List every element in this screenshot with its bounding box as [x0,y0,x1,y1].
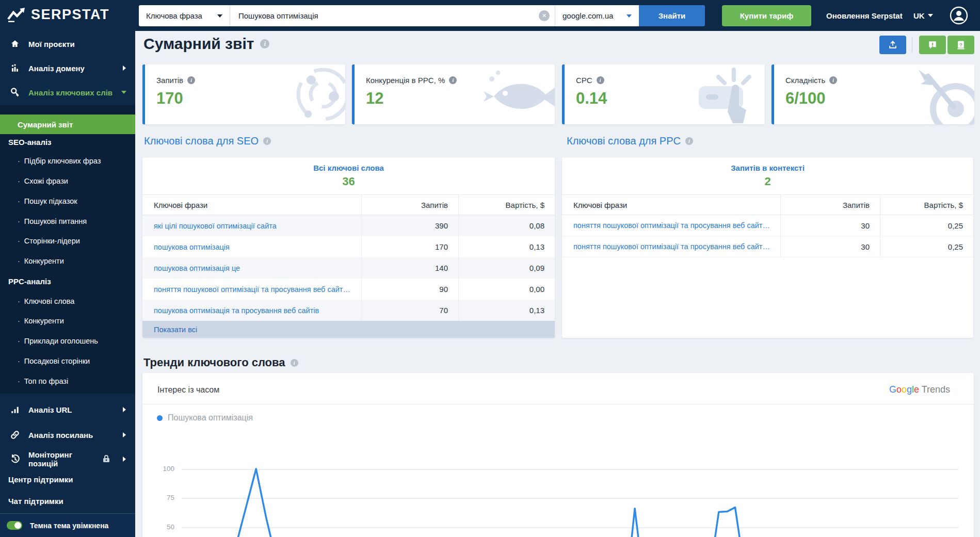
show-all-link[interactable]: Показати всі [154,326,197,334]
sidebar-item-ad-examples[interactable]: Приклади оголошень [0,335,135,347]
search-engine-select[interactable]: google.com.ua [555,5,639,26]
column-header: Ключові фрази [142,195,361,215]
keyword-link[interactable]: пошукова оптимізація [154,243,230,251]
find-button[interactable]: Знайти [639,5,705,26]
column-header: Вартість, $ [880,195,973,215]
sidebar-item-support-center[interactable]: Центр підтримки [0,473,135,485]
feedback-button[interactable] [919,36,946,54]
buy-plan-button[interactable]: Купити тариф [722,5,811,26]
sidebar-item-keyword-analysis[interactable]: Аналіз ключових слів [0,84,135,101]
help-button[interactable]: ? [947,36,974,54]
serpstat-logo[interactable]: SERPSTAT [7,7,109,23]
cost-cell: 0,13 [458,236,555,257]
export-button[interactable] [879,36,906,54]
sidebar-item-related-phrases[interactable]: Схожі фрази [0,175,135,187]
table-header: Ключові фрази Запитів Вартість, $ [142,194,555,215]
ppc-summary: Запитів в контексті 2 [562,157,973,194]
google-trends-logo[interactable]: Google Trends [889,384,950,395]
info-icon[interactable]: i [260,39,269,48]
sidebar-item-top-by-phrase[interactable]: Топ по фразі [0,375,135,387]
stat-card-volume: Запитівi 170 [142,64,345,124]
chevron-right-icon [123,407,126,412]
stat-label: Конкуренція в PPC, % [366,76,445,85]
keyword-link[interactable]: які цілі пошукової оптимізації сайта [154,222,277,230]
sidebar-item-label: Моніторинг позицій [28,450,95,468]
volume-cell: 140 [361,257,458,279]
sidebar-item-support-chat[interactable]: Чат підтримки [0,495,135,507]
cost-cell: 0,00 [458,279,555,300]
keyword-link[interactable]: пошукова оптимізація та просування веб с… [154,306,319,315]
table-row[interactable]: які цілі пошукової оптимізації сайта 390… [142,215,555,236]
sidebar-item-label: Аналіз домену [28,64,115,73]
seo-summary-value: 36 [142,175,555,188]
legend-label: Пошукова оптимізація [168,413,253,422]
dark-theme-toggle[interactable] [7,521,22,530]
sidebar-item-seo-competitors[interactable]: Конкуренти [0,255,135,267]
sidebar-item-landing-pages[interactable]: Посадкові сторінки [0,355,135,367]
table-row[interactable]: поняття пошукової оптимізації та просува… [142,279,555,300]
google-letter: o [896,384,902,395]
sidebar-item-backlink-analysis[interactable]: Аналіз посилань [0,426,135,444]
cost-cell: 0,25 [880,236,973,257]
table-row[interactable]: пошукова оптимізація це 140 0,09 [142,257,555,279]
lock-icon [103,454,110,464]
theme-toggle-row: Темна тема увімкнена [0,513,135,537]
sidebar-item-projects[interactable]: Мої проєкти [0,35,135,53]
ppc-summary-label[interactable]: Запитів в контексті [562,164,973,172]
trends-brand-text: Trends [922,384,950,395]
sidebar-item-search-questions[interactable]: Пошукові питання [0,215,135,227]
info-icon[interactable]: i [187,76,195,84]
language-label: UK [913,11,925,20]
info-icon[interactable]: i [685,137,693,145]
sidebar-item-rank-monitoring[interactable]: Моніторинг позицій [0,450,135,468]
serpstat-logo-icon [7,8,27,22]
info-icon[interactable]: i [597,76,604,84]
sidebar-group-seo-analysis: SEO-аналіз [0,136,135,148]
sidebar-item-ppc-competitors[interactable]: Конкуренти [0,315,135,327]
stat-card-cpc: CPCi 0.14 [562,64,765,124]
sidebar-item-top-pages[interactable]: Сторінки-лідери [0,235,135,247]
show-all-footer: Показати всі [142,321,555,338]
info-icon[interactable]: i [263,137,271,145]
keyword-link[interactable]: пошукова оптимізація це [154,264,240,272]
stat-value: 0.14 [576,89,607,108]
table-row[interactable]: пошукова оптимізація 170 0,13 [142,236,555,257]
avatar-icon [950,6,968,25]
info-icon[interactable]: i [291,359,298,367]
sidebar-item-domain-analysis[interactable]: Аналіз домену [0,59,135,77]
y-axis-tick: 75 [155,494,174,501]
sidebar-item-search-suggestions[interactable]: Пошук підказок [0,195,135,207]
y-axis-tick: 50 [155,523,174,531]
search-input[interactable] [230,5,555,26]
page-title-text: Сумарний звіт [143,35,254,53]
user-avatar[interactable] [950,6,968,25]
volume-cell: 390 [361,215,458,236]
search-type-select[interactable]: Ключова фраза [139,5,230,26]
ppc-summary-value: 2 [562,175,973,188]
help-icon: ? [956,40,966,50]
keyword-link[interactable]: поняття пошукової оптимізації та просува… [573,242,770,251]
keyword-link[interactable]: поняття пошукової оптимізації та просува… [154,285,350,294]
updates-link[interactable]: Оновлення Serpstat [826,0,903,31]
sidebar-item-keyword-selection[interactable]: Підбір ключових фраз [0,155,135,167]
search-engine-label: google.com.ua [563,11,613,20]
clear-search-icon[interactable]: ✕ [539,10,550,21]
table-row[interactable]: поняття пошукової оптимізації та просува… [562,215,973,236]
stat-value: 170 [156,89,183,108]
trends-card-title: Інтерес із часом [157,385,219,395]
seo-summary-label[interactable]: Всі ключові слова [142,164,555,172]
sidebar-item-summary-report[interactable]: Сумарний звіт [0,115,135,134]
chevron-down-icon [626,14,632,18]
sidebar-item-ppc-keywords[interactable]: Ключові слова [0,295,135,307]
info-icon[interactable]: i [449,76,457,84]
info-icon[interactable]: i [829,76,837,84]
stat-card-ppc-competition: Конкуренція в PPC, %i 12 [352,64,555,124]
stat-value: 12 [366,89,383,108]
table-row[interactable]: поняття пошукової оптимізації та просува… [562,236,973,257]
orbit-illustration [274,64,345,124]
table-row[interactable]: пошукова оптимізація та просування веб с… [142,300,555,321]
sidebar-item-url-analysis[interactable]: Аналіз URL [0,401,135,418]
column-header: Запитів [780,195,880,215]
language-select[interactable]: UK [913,0,933,31]
keyword-link[interactable]: поняття пошукової оптимізації та просува… [573,221,770,230]
